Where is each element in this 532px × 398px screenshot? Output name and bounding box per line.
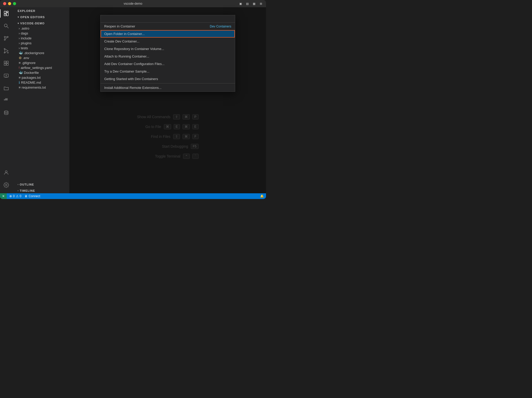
command-item-badge: Dev Containers — [210, 25, 231, 28]
command-item-create-dev[interactable]: Create Dev Container... — [101, 38, 235, 45]
txt-file-icon: ≡ — [19, 76, 21, 80]
app-body: EXPLORER ▾ OPEN EDITORS ▾ VSCODE-DEMO › … — [0, 7, 266, 193]
tree-item-tests[interactable]: › tests — [12, 46, 69, 51]
command-item-attach[interactable]: Attach to Running Container... — [101, 53, 235, 60]
activity-item-folder[interactable] — [0, 82, 12, 94]
tree-item-astro[interactable]: › .astro — [12, 26, 69, 31]
svg-rect-1 — [4, 14, 6, 16]
command-input-row — [101, 15, 235, 23]
command-palette: Reopen in Container Dev Containers Open … — [100, 15, 235, 92]
tree-item-airflow-yaml[interactable]: ! airflow_settings.yaml — [12, 65, 69, 70]
svg-line-5 — [7, 27, 9, 28]
command-item-getting-started[interactable]: Getting Started with Dev Containers — [101, 75, 235, 83]
command-list: Reopen in Container Dev Containers Open … — [101, 23, 235, 91]
activity-item-search[interactable] — [0, 20, 12, 32]
svg-rect-24 — [6, 98, 7, 99]
docker-file-icon: 🐳 — [19, 51, 23, 55]
explorer-header[interactable]: EXPLORER — [12, 7, 69, 13]
minimize-button[interactable] — [8, 2, 11, 5]
status-right: 🔔 — [260, 194, 264, 198]
folder-icon — [3, 85, 9, 91]
tree-item-dags[interactable]: › dags — [12, 31, 69, 36]
command-item-clone-repo[interactable]: Clone Repository in Container Volume... — [101, 45, 235, 53]
command-item-label: Reopen in Container — [104, 24, 135, 28]
dockerfile-icon: 🐳 — [19, 71, 23, 75]
yaml-file-icon: ! — [19, 66, 20, 70]
activity-item-settings[interactable] — [0, 179, 12, 191]
svg-rect-12 — [4, 48, 5, 49]
status-bar: ✕ ⊗ 0 ⚠ 0 🖥 Connect 🔔 — [0, 193, 266, 199]
titlebar-icons: ▣ ▤ ▦ ⊞ — [239, 2, 263, 6]
maximize-button[interactable] — [13, 2, 16, 5]
close-button[interactable] — [3, 2, 6, 5]
activity-item-debug[interactable] — [0, 45, 12, 57]
activity-item-extensions[interactable] — [0, 57, 12, 69]
timeline-header[interactable]: › TIMELINE — [12, 187, 69, 193]
outline-header[interactable]: › OUTLINE — [12, 181, 69, 187]
command-item-open-folder[interactable]: Open Folder in Container... — [101, 30, 235, 38]
remote-x-icon: ✕ — [2, 194, 5, 198]
layout-icon1[interactable]: ▣ — [239, 2, 243, 6]
tree-item-label: airflow_settings.yaml — [21, 66, 52, 70]
svg-point-27 — [5, 184, 7, 186]
command-item-label: Install Additional Remote Extensions... — [104, 86, 162, 90]
folder-chevron-icon: › — [19, 26, 20, 30]
command-item-install-extensions[interactable]: Install Additional Remote Extensions... — [101, 84, 235, 91]
status-remote-button[interactable]: ✕ — [0, 193, 7, 199]
activity-item-docker[interactable] — [0, 94, 12, 107]
tree-item-include[interactable]: › include — [12, 36, 69, 41]
tree-item-requirements[interactable]: ≡ requirements.txt — [12, 85, 69, 90]
layout-icon4[interactable]: ⊞ — [259, 2, 263, 6]
window-controls — [3, 2, 16, 5]
tree-item-dockerfile[interactable]: 🐳 Dockerfile — [12, 70, 69, 75]
open-editors-label: OPEN EDITORS — [20, 16, 45, 19]
settings-file-icon: ⚙ — [19, 56, 22, 60]
error-icon: ⊗ — [9, 194, 12, 198]
layout-icon2[interactable]: ▤ — [245, 2, 249, 6]
layout-icon3[interactable]: ▦ — [252, 2, 256, 6]
svg-rect-22 — [5, 98, 6, 99]
docker-icon — [3, 98, 9, 103]
command-item-try-sample[interactable]: Try a Dev Container Sample... — [101, 68, 235, 75]
status-errors[interactable]: ⊗ 0 ⚠ 0 — [8, 194, 23, 198]
tree-item-env[interactable]: ⚙ .env — [12, 55, 69, 60]
activity-item-remote[interactable] — [0, 69, 12, 82]
req-file-icon: ≡ — [19, 86, 21, 89]
activity-item-scm[interactable] — [0, 32, 12, 45]
command-item-label: Create Dev Container... — [104, 39, 139, 43]
account-icon — [3, 170, 9, 175]
window-title: vscode-demo — [124, 2, 142, 5]
tree-item-label: dags — [21, 31, 28, 35]
settings-icon — [3, 182, 9, 188]
command-input[interactable] — [103, 17, 232, 21]
vscode-demo-header[interactable]: ▾ VSCODE-DEMO — [12, 20, 69, 26]
tree-item-label: tests — [21, 46, 28, 50]
svg-rect-23 — [6, 100, 7, 100]
folder-chevron-icon: › — [19, 31, 20, 35]
outline-label: OUTLINE — [20, 183, 34, 186]
tree-item-packages[interactable]: ≡ packages.txt — [12, 75, 69, 80]
svg-point-4 — [4, 24, 7, 27]
activity-bar-bottom — [0, 166, 12, 193]
activity-item-account[interactable] — [0, 166, 12, 179]
command-item-add-config[interactable]: Add Dev Container Configuration Files... — [101, 60, 235, 68]
open-editors-header[interactable]: ▾ OPEN EDITORS — [12, 13, 69, 20]
timeline-label: TIMELINE — [20, 189, 35, 192]
svg-point-19 — [6, 75, 7, 76]
open-editors-chevron: ▾ — [18, 16, 19, 18]
tree-item-readme[interactable]: ℹ README.md — [12, 80, 69, 85]
tree-item-dockerignore[interactable]: 🐳 .dockerignore — [12, 51, 69, 55]
svg-rect-0 — [4, 11, 6, 13]
tree-item-gitignore[interactable]: ≡ .gitignore — [12, 60, 69, 65]
tree-item-plugins[interactable]: › plugins — [12, 41, 69, 46]
status-connect[interactable]: 🖥 Connect — [23, 194, 42, 198]
command-item-reopen[interactable]: Reopen in Container Dev Containers — [101, 23, 235, 30]
activity-item-database[interactable] — [0, 107, 12, 119]
md-file-icon: ℹ — [19, 81, 20, 84]
warning-count: 0 — [20, 194, 22, 198]
svg-rect-11 — [8, 52, 9, 53]
warning-icon: ⚠ — [16, 194, 19, 198]
activity-item-explorer[interactable] — [0, 7, 12, 20]
folder-chevron-icon: › — [19, 41, 20, 45]
notification-icon[interactable]: 🔔 — [260, 194, 264, 198]
